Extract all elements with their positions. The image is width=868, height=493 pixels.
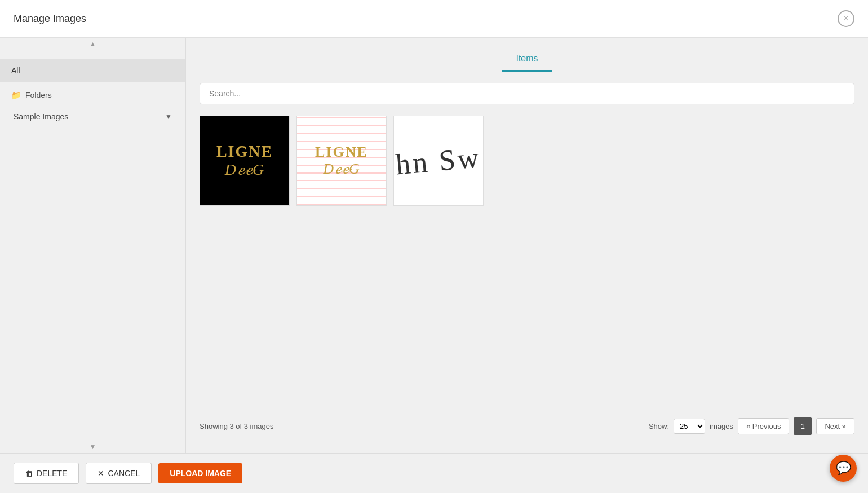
- previous-button[interactable]: « Previous: [738, 418, 789, 434]
- image-1-bottom-text: D𝓮𝓮G: [225, 161, 264, 179]
- search-bar: [200, 83, 854, 104]
- folders-section: 📁 Folders Sample Images ▼: [0, 86, 185, 131]
- main-content: Items LIGNE D𝓮𝓮G: [186, 38, 868, 453]
- images-label: images: [710, 422, 733, 430]
- chat-icon: 💬: [836, 461, 851, 476]
- modal-title: Manage Images: [14, 13, 86, 25]
- image-2-content: LIGNE D𝓮𝓮G: [297, 116, 386, 205]
- image-item-2[interactable]: LIGNE D𝓮𝓮G: [296, 116, 387, 206]
- image-1-top-text: LIGNE: [216, 143, 273, 161]
- image-1-content: LIGNE D𝓮𝓮G: [200, 116, 289, 205]
- folder-icon: 📁: [11, 91, 21, 100]
- images-grid: LIGNE D𝓮𝓮G LIGNE D𝓮𝓮G: [200, 116, 854, 410]
- scroll-down-arrow[interactable]: ▼: [0, 441, 185, 453]
- folders-label: 📁 Folders: [11, 91, 174, 100]
- content-footer: Showing 3 of 3 images Show: 25 50 100 im…: [200, 410, 854, 442]
- modal-body: ▲ All 📁 Folders Sample Images ▼ ▼: [0, 38, 868, 453]
- chevron-down-icon: ▼: [165, 113, 172, 121]
- chat-bubble-button[interactable]: 💬: [830, 455, 857, 482]
- image-item-1[interactable]: LIGNE D𝓮𝓮G: [200, 116, 290, 206]
- image-2-top-text: LIGNE: [315, 144, 368, 161]
- modal-header: Manage Images ×: [0, 0, 868, 38]
- sidebar: ▲ All 📁 Folders Sample Images ▼ ▼: [0, 38, 186, 453]
- cancel-button[interactable]: ✕ CANCEL: [86, 463, 152, 484]
- folder-item-sample-images[interactable]: Sample Images ▼: [11, 106, 174, 127]
- next-button[interactable]: Next »: [816, 418, 854, 434]
- close-button[interactable]: ×: [838, 10, 854, 27]
- image-3-content: hn Sw: [394, 116, 483, 205]
- sidebar-all-item[interactable]: All: [0, 59, 185, 82]
- sidebar-scroll: All 📁 Folders Sample Images ▼: [0, 50, 185, 441]
- image-2-bottom-text: D𝓮𝓮G: [323, 161, 360, 177]
- per-page-select[interactable]: 25 50 100: [674, 419, 705, 434]
- delete-button[interactable]: 🗑 DELETE: [14, 463, 79, 484]
- show-label: Show:: [649, 422, 669, 430]
- image-3-text: hn Sw: [395, 140, 482, 181]
- manage-images-modal: Manage Images × ▲ All 📁 Folders Sample I…: [0, 0, 868, 493]
- upload-image-button[interactable]: UPLOAD IMAGE: [158, 463, 242, 483]
- tabs-bar: Items: [186, 38, 868, 72]
- modal-footer: 🗑 DELETE ✕ CANCEL UPLOAD IMAGE: [0, 453, 868, 493]
- content-area: LIGNE D𝓮𝓮G LIGNE D𝓮𝓮G: [186, 72, 868, 453]
- image-item-3[interactable]: hn Sw: [393, 116, 484, 206]
- trash-icon: 🗑: [25, 469, 33, 478]
- showing-text: Showing 3 of 3 images: [200, 422, 274, 430]
- current-page: 1: [794, 417, 812, 435]
- cancel-icon: ✕: [98, 469, 104, 478]
- search-input[interactable]: [200, 83, 854, 104]
- tab-items[interactable]: Items: [502, 47, 551, 72]
- scroll-up-arrow[interactable]: ▲: [0, 38, 185, 50]
- pagination-controls: Show: 25 50 100 images « Previous 1 Next…: [649, 417, 854, 435]
